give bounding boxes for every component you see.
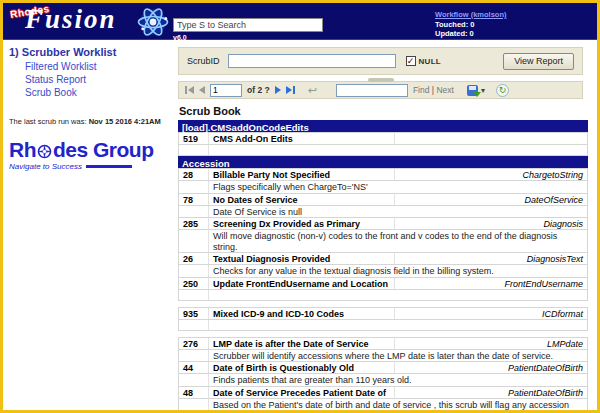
rule-description-row	[178, 144, 588, 156]
back-to-parent-icon[interactable]: ↩	[308, 84, 317, 97]
export-dropdown[interactable]: ▾	[467, 85, 485, 96]
null-label: NULL	[419, 57, 442, 66]
rule-description-indent	[179, 265, 209, 277]
sidebar: 1) Scrubber Worklist Filtered Worklist S…	[3, 40, 175, 413]
scrubid-input[interactable]	[228, 54, 396, 68]
find-next-separator: |	[432, 85, 434, 95]
rule-row: 519CMS Add-On Edits	[178, 132, 588, 145]
rule-row: 44Date of Birth is Questionably OldPatie…	[178, 361, 588, 374]
scrubid-label: ScrubID	[187, 56, 220, 66]
null-checkbox[interactable]: ✓	[406, 56, 416, 66]
toolbar-wrap: of 2 ? ↩ Find | Next ▾ ↻	[178, 81, 583, 99]
rule-field	[395, 133, 587, 144]
parameter-panel: ScrubID ✓ NULL View Report	[178, 47, 583, 75]
rule-id: 250	[179, 278, 209, 289]
rule-title: Billable Party Not Specified	[209, 169, 395, 180]
rule-row: 935Mixed ICD-9 and ICD-10 CodesICDformat	[178, 307, 588, 320]
view-report-button[interactable]: View Report	[503, 53, 574, 70]
previous-page-icon[interactable]	[199, 86, 205, 94]
rule-description	[209, 145, 587, 155]
next-link[interactable]: Next	[436, 85, 453, 95]
main-content: ScrubID ✓ NULL View Report of 2 ? ↩	[175, 40, 597, 413]
rule-description: Checks for any value in the textual diag…	[209, 265, 587, 277]
rule-description-indent	[179, 145, 209, 155]
rule-row: 78No Dates of ServiceDateOfService	[178, 193, 588, 206]
rule-field: Diagnosis	[395, 218, 587, 229]
report-title: Scrub Book	[179, 105, 583, 117]
rule-id: 78	[179, 194, 209, 205]
rule-id: 44	[179, 362, 209, 373]
find-link[interactable]: Find	[413, 85, 430, 95]
rule-id: 935	[179, 308, 209, 319]
rule-row: 26Textual Diagnosis ProvidedDiagnosisTex…	[178, 252, 588, 265]
rule-field: ChargetoString	[395, 169, 587, 180]
atom-icon	[136, 5, 170, 39]
first-page-icon[interactable]	[185, 86, 194, 94]
current-page-input[interactable]	[210, 84, 242, 97]
rule-description: Date Of Service is null	[209, 206, 587, 218]
rule-row: 276LMP date is after the Date of Service…	[178, 337, 588, 350]
rule-description-row: Based on the Patient's date of birth and…	[178, 398, 588, 413]
last-page-icon[interactable]	[286, 86, 295, 94]
rule-row: 28Billable Party Not SpecifiedChargetoSt…	[178, 168, 588, 181]
rule-title: CMS Add-On Edits	[209, 133, 395, 144]
find-text-input[interactable]	[336, 84, 408, 97]
rule-description-indent	[179, 290, 209, 300]
touched-counter: Touched: 0	[435, 20, 507, 30]
splitter-grip-icon[interactable]	[368, 78, 394, 82]
rule-row: 285Screening Dx Provided as PrimaryDiagn…	[178, 217, 588, 230]
rule-field: PatientDateOfBirth	[395, 362, 587, 373]
rule-title: Textual Diagnosis Provided	[209, 253, 395, 264]
rule-description-indent	[179, 181, 209, 193]
page-count-label: of 2 ?	[247, 85, 270, 95]
rule-description-row	[178, 319, 588, 331]
rule-field: ICDformat	[395, 308, 587, 319]
rule-description-indent	[179, 206, 209, 218]
app-body: 1) Scrubber Worklist Filtered Worklist S…	[3, 40, 597, 413]
rule-field: DiagnosisText	[395, 253, 587, 264]
rule-title: Date of Service Precedes Patient Date of…	[209, 387, 395, 398]
export-icon	[467, 85, 478, 96]
search-input[interactable]	[173, 18, 323, 32]
rule-description	[209, 320, 587, 330]
sidebar-item-scrub-book[interactable]: Scrub Book	[25, 86, 175, 99]
workflow-link[interactable]: Workflow (kmolson)	[435, 10, 507, 20]
rule-description: Scrubber will identify accessions where …	[209, 350, 587, 362]
rule-description: Based on the Patient's date of birth and…	[209, 399, 587, 413]
app-header: Rhodes Fusion v6.0 Workflow (kmolson) To…	[3, 3, 597, 40]
rule-id: 519	[179, 133, 209, 144]
scrub-book-table: [load].CMSaddOnCodeEdits519CMS Add-On Ed…	[178, 120, 588, 413]
rule-title: Date of Birth is Questionably Old	[209, 362, 395, 373]
rule-title: No Dates of Service	[209, 194, 395, 205]
rule-description-indent	[179, 374, 209, 386]
fusion-product-text: Fusion	[25, 4, 117, 35]
next-page-icon[interactable]	[275, 86, 281, 94]
edited-counter: Edited: 0	[435, 39, 507, 49]
sidebar-item-status-report[interactable]: Status Report	[25, 73, 175, 86]
rule-description-indent	[179, 350, 209, 362]
rule-title: Update FrontEndUsername and Location	[209, 278, 395, 289]
rule-field: LMPdate	[395, 338, 587, 349]
refresh-icon[interactable]: ↻	[496, 84, 509, 97]
updated-counter: Updated: 0	[435, 29, 507, 39]
compass-icon	[37, 144, 52, 159]
rule-title: LMP date is after the Date of Service	[209, 338, 395, 349]
logo-prefix: Rh	[9, 138, 36, 162]
rule-description-indent	[179, 230, 209, 252]
last-run-value: Nov 15 2016 4:21AM	[89, 117, 161, 126]
rule-row: 48Date of Service Precedes Patient Date …	[178, 386, 588, 399]
rule-description-row: Flags specifically when ChargeTo='NS'	[178, 180, 588, 194]
tagline-rule	[86, 165, 132, 168]
logo-tagline: Navigate to Success	[9, 162, 175, 171]
rule-id: 48	[179, 387, 209, 398]
rule-id: 26	[179, 253, 209, 264]
report-toolbar: of 2 ? ↩ Find | Next ▾ ↻	[178, 81, 583, 99]
rule-description: Finds patients that are greater than 110…	[209, 374, 587, 386]
rule-description	[209, 290, 587, 300]
sidebar-item-filtered-worklist[interactable]: Filtered Worklist	[25, 60, 175, 73]
rule-id: 285	[179, 218, 209, 229]
rule-description-indent	[179, 399, 209, 413]
export-caret-icon: ▾	[481, 86, 485, 95]
logo-suffix: des Group	[53, 138, 154, 162]
rhodes-group-name: Rh des Group	[9, 138, 175, 162]
